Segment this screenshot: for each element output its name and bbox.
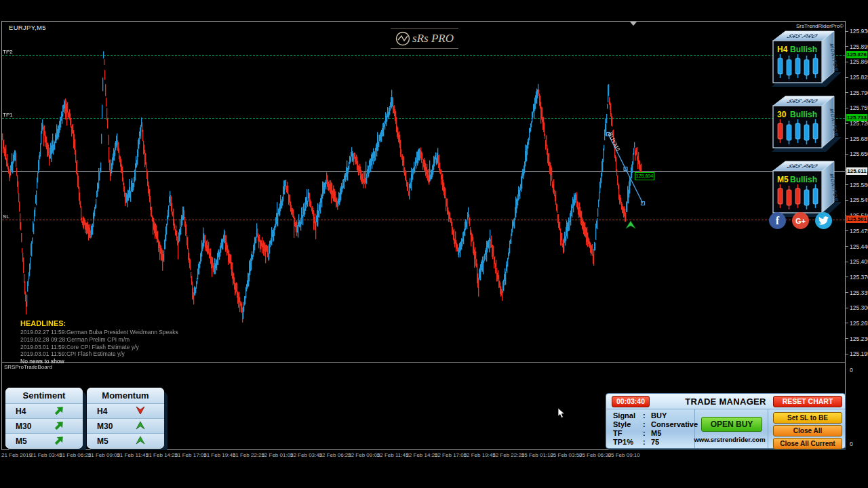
price-axis-label: 125.580	[850, 182, 868, 188]
red-down-arrow-icon	[135, 405, 146, 418]
subwindow-axis-label: 0	[850, 441, 853, 447]
sentiment-row-h4: H4	[5, 404, 83, 419]
price-axis-label: 125.860	[850, 58, 868, 65]
time-axis-label: 21 Feb 17:05	[175, 452, 207, 458]
close-all-current-button[interactable]: Close All Current	[773, 438, 842, 449]
timeframe-label: M30	[5, 422, 54, 431]
svg-text:H4: H4	[777, 45, 788, 54]
svg-text:Bullish: Bullish	[790, 175, 817, 184]
green-up-right-arrow-icon	[54, 434, 65, 448]
price-axis-tick	[846, 277, 848, 277]
price-axis-tick	[846, 354, 848, 354]
open-buy-button[interactable]: OPEN BUY	[701, 417, 762, 432]
timeframe-label: M5	[5, 436, 54, 446]
timeframe-label: M5	[87, 436, 135, 446]
momentum-row-m30: M30	[87, 419, 164, 434]
twitter-bird-icon	[818, 216, 829, 225]
mt4-chart-window: EURJPY,M5 SrsTrendRiderPro© sRs PRO TP2 …	[0, 0, 868, 488]
time-axis-label: 21 Feb 03:45	[31, 452, 62, 458]
style-field: Style:Conservative	[613, 420, 698, 428]
indicator-credit-label: SrsTrendRiderPro©	[796, 23, 844, 29]
time-axis-label: 21 Feb 06:25	[59, 452, 91, 458]
time-axis-label: 22 Feb 09:05	[348, 452, 380, 458]
price-axis-tick	[846, 338, 848, 339]
google-plus-icon[interactable]: G+	[792, 212, 809, 229]
price-axis-tick	[846, 154, 848, 155]
price-axis-label: 125.370	[850, 274, 868, 281]
sentiment-row-m30: M30	[5, 419, 83, 434]
website-label: www.srstrendrider.com	[689, 436, 770, 443]
price-axis-label: 125.545	[850, 197, 868, 203]
headlines-block: HEADLINES: 2019.02.27 11:59:German Buba …	[20, 319, 178, 365]
price-axis-tick	[846, 108, 848, 108]
price-axis-tick	[846, 184, 848, 185]
headline-item: 2019.02.28 09:28:German Prelim CPI m/m	[20, 336, 178, 344]
price-axis-highlight-red: 125.501	[846, 216, 867, 223]
momentum-panel: Momentum H4M30M5	[87, 388, 164, 449]
time-axis-label: 21 Feb 22:25	[233, 452, 264, 458]
momentum-row-m5: M5	[87, 434, 164, 448]
price-axis-tick	[846, 323, 848, 323]
reset-chart-button[interactable]: RESET CHART	[773, 396, 842, 407]
price-axis-tick	[846, 246, 848, 247]
time-axis-label: 21 Feb 2019	[1, 452, 32, 458]
green-up-arrow-icon	[135, 435, 146, 447]
price-axis-label: 125.650	[850, 150, 868, 157]
twitter-icon[interactable]	[815, 212, 832, 229]
social-icons: f G+	[769, 212, 832, 229]
signal-field: Signal:BUY	[613, 411, 667, 420]
headline-item: 2019.03.01 11:59:CPI Flash Estimate y/y	[20, 350, 178, 358]
tradeboard-window-label: SRSProTradeBoard	[4, 364, 52, 370]
time-axis-label: 25 Feb 06:30	[579, 452, 611, 458]
price-axis-label: 125.300	[850, 304, 868, 311]
set-sl-to-be-button[interactable]: Set SL to BE	[773, 412, 842, 424]
price-series-canvas[interactable]	[2, 22, 642, 362]
time-axis-label: 22 Feb 06:25	[319, 452, 351, 458]
price-axis-highlight-green: 125.733	[846, 114, 867, 121]
price-axis-tick	[846, 46, 848, 47]
price-axis-tick	[846, 31, 848, 32]
timeframe-label: H4	[5, 407, 54, 416]
time-axis-label: 22 Feb 14:25	[406, 452, 437, 458]
svg-text:M5: M5	[777, 175, 789, 184]
mouse-cursor	[557, 408, 567, 419]
price-axis-label: 125.755	[850, 104, 868, 111]
price-axis-label: 125.230	[850, 336, 868, 342]
buy-trendline[interactable]	[597, 127, 658, 212]
subwindow-axis-label: 0	[850, 367, 853, 373]
price-axis-tick	[846, 123, 848, 124]
time-axis-label: 21 Feb 09:05	[88, 452, 120, 458]
price-axis-highlight-green: 125.876	[846, 51, 867, 58]
price-axis-highlight-white: 125.611	[846, 167, 867, 175]
green-up-right-arrow-icon	[54, 420, 65, 433]
price-axis-tick	[846, 92, 848, 93]
time-axis: 21 Feb 201921 Feb 03:4521 Feb 06:2521 Fe…	[0, 450, 868, 461]
time-axis-label: 21 Feb 19:45	[203, 452, 235, 458]
price-axis-tick	[846, 138, 848, 139]
price-axis-label: 125.930	[850, 28, 868, 35]
svg-text:30: 30	[777, 110, 787, 119]
price-axis-label: 125.685	[850, 136, 868, 142]
price-axis-tick	[846, 230, 848, 231]
price-axis-label: 125.475	[850, 228, 868, 235]
tp2-label: TP2	[3, 49, 13, 55]
price-axis-label: 125.195	[850, 350, 868, 357]
close-all-button[interactable]: Close All	[773, 425, 842, 436]
trendline-price-tag: 125.604	[635, 172, 654, 180]
time-axis-label: 25 Feb 09:10	[608, 452, 640, 458]
tp1-label: TP1	[3, 112, 13, 118]
time-axis-label: 21 Feb 11:45	[117, 452, 149, 458]
price-axis-label: 125.440	[850, 243, 868, 250]
price-axis: 125.930125.895125.860125.825125.790125.7…	[846, 21, 868, 450]
price-axis-label: 125.265	[850, 320, 868, 327]
time-axis-label: 22 Feb 22:25	[492, 452, 524, 458]
price-axis-label: 125.405	[850, 258, 868, 265]
price-axis-label: 125.335	[850, 289, 868, 296]
chart-shift-marker-icon[interactable]	[630, 22, 637, 26]
svg-text:Bullish: Bullish	[790, 45, 817, 54]
price-axis-label: 125.790	[850, 89, 868, 96]
monitor-cube-30: SRS PRO MONITOR 30 Bullish	[772, 95, 844, 160]
price-axis-tick	[846, 62, 848, 62]
facebook-icon[interactable]: f	[769, 212, 786, 229]
price-axis-tick	[846, 308, 848, 308]
